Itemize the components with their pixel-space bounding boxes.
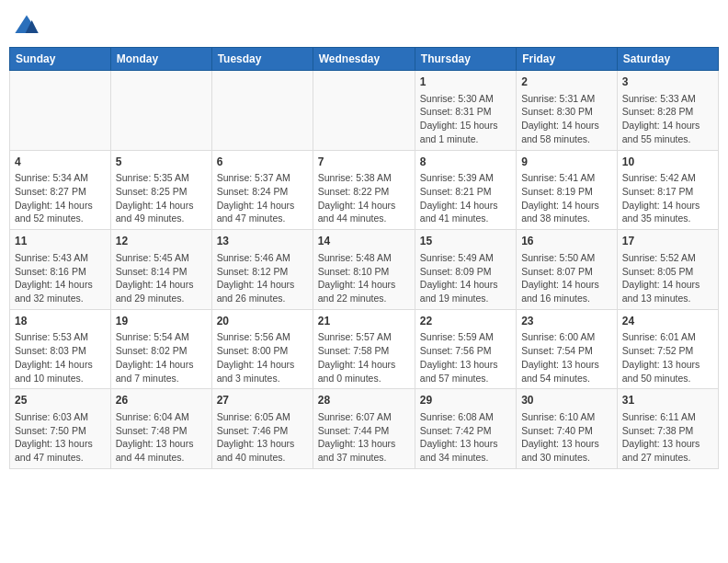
calendar-cell: 2Sunrise: 5:31 AM Sunset: 8:30 PM Daylig… [517, 71, 618, 151]
day-number: 27 [217, 393, 308, 408]
logo [14, 14, 43, 40]
calendar-cell: 31Sunrise: 6:11 AM Sunset: 7:38 PM Dayli… [617, 389, 718, 469]
day-info: Sunrise: 5:49 AM Sunset: 8:09 PM Dayligh… [420, 251, 511, 305]
day-number: 23 [521, 314, 612, 329]
day-info: Sunrise: 5:46 AM Sunset: 8:12 PM Dayligh… [217, 251, 308, 305]
day-number: 30 [521, 393, 612, 408]
day-number: 17 [622, 234, 713, 249]
day-number: 21 [318, 314, 410, 329]
day-info: Sunrise: 5:43 AM Sunset: 8:16 PM Dayligh… [15, 251, 106, 305]
calendar-table: SundayMondayTuesdayWednesdayThursdayFrid… [9, 47, 719, 469]
day-info: Sunrise: 5:30 AM Sunset: 8:31 PM Dayligh… [420, 92, 511, 146]
day-info: Sunrise: 5:38 AM Sunset: 8:22 PM Dayligh… [318, 171, 410, 225]
calendar-cell: 7Sunrise: 5:38 AM Sunset: 8:22 PM Daylig… [313, 150, 415, 230]
day-info: Sunrise: 5:37 AM Sunset: 8:24 PM Dayligh… [217, 171, 308, 225]
calendar-week-4: 18Sunrise: 5:53 AM Sunset: 8:03 PM Dayli… [10, 309, 719, 389]
day-number: 28 [318, 393, 410, 408]
calendar-cell [10, 71, 111, 151]
day-info: Sunrise: 6:04 AM Sunset: 7:48 PM Dayligh… [116, 410, 207, 465]
day-number: 26 [116, 393, 207, 408]
day-info: Sunrise: 6:00 AM Sunset: 7:54 PM Dayligh… [521, 330, 612, 385]
day-info: Sunrise: 5:45 AM Sunset: 8:14 PM Dayligh… [116, 251, 207, 305]
day-info: Sunrise: 6:03 AM Sunset: 7:50 PM Dayligh… [15, 410, 106, 465]
day-info: Sunrise: 5:33 AM Sunset: 8:28 PM Dayligh… [622, 92, 713, 146]
day-number: 3 [622, 75, 713, 90]
calendar-cell: 24Sunrise: 6:01 AM Sunset: 7:52 PM Dayli… [617, 309, 718, 389]
day-number: 29 [420, 393, 511, 408]
calendar-cell: 4Sunrise: 5:34 AM Sunset: 8:27 PM Daylig… [10, 150, 111, 230]
day-info: Sunrise: 5:34 AM Sunset: 8:27 PM Dayligh… [15, 171, 106, 225]
day-info: Sunrise: 5:31 AM Sunset: 8:30 PM Dayligh… [521, 92, 612, 146]
day-number: 1 [420, 75, 511, 90]
day-info: Sunrise: 5:35 AM Sunset: 8:25 PM Dayligh… [116, 171, 207, 225]
day-number: 22 [420, 314, 511, 329]
calendar-cell: 30Sunrise: 6:10 AM Sunset: 7:40 PM Dayli… [517, 389, 618, 469]
calendar-cell: 22Sunrise: 5:59 AM Sunset: 7:56 PM Dayli… [415, 309, 516, 389]
weekday-header-friday: Friday [517, 48, 618, 71]
weekday-header-tuesday: Tuesday [211, 48, 313, 71]
day-number: 4 [15, 155, 106, 170]
weekday-header-monday: Monday [110, 48, 211, 71]
day-number: 16 [521, 234, 612, 249]
day-info: Sunrise: 5:53 AM Sunset: 8:03 PM Dayligh… [15, 330, 106, 385]
day-info: Sunrise: 6:07 AM Sunset: 7:44 PM Dayligh… [318, 410, 410, 465]
calendar-cell: 17Sunrise: 5:52 AM Sunset: 8:05 PM Dayli… [617, 230, 718, 310]
day-number: 12 [116, 234, 207, 249]
calendar-cell: 26Sunrise: 6:04 AM Sunset: 7:48 PM Dayli… [110, 389, 211, 469]
day-number: 19 [116, 314, 207, 329]
calendar-cell: 16Sunrise: 5:50 AM Sunset: 8:07 PM Dayli… [517, 230, 618, 310]
day-info: Sunrise: 5:57 AM Sunset: 7:58 PM Dayligh… [318, 330, 410, 385]
calendar-week-3: 11Sunrise: 5:43 AM Sunset: 8:16 PM Dayli… [10, 230, 719, 310]
day-info: Sunrise: 5:39 AM Sunset: 8:21 PM Dayligh… [420, 171, 511, 225]
calendar-cell: 11Sunrise: 5:43 AM Sunset: 8:16 PM Dayli… [10, 230, 111, 310]
calendar-cell [110, 71, 211, 151]
calendar-cell: 28Sunrise: 6:07 AM Sunset: 7:44 PM Dayli… [313, 389, 415, 469]
day-info: Sunrise: 5:41 AM Sunset: 8:19 PM Dayligh… [521, 171, 612, 225]
calendar-cell: 12Sunrise: 5:45 AM Sunset: 8:14 PM Dayli… [110, 230, 211, 310]
day-number: 14 [318, 234, 410, 249]
calendar-cell: 23Sunrise: 6:00 AM Sunset: 7:54 PM Dayli… [517, 309, 618, 389]
day-number: 8 [420, 155, 511, 170]
calendar-cell: 5Sunrise: 5:35 AM Sunset: 8:25 PM Daylig… [110, 150, 211, 230]
day-info: Sunrise: 5:59 AM Sunset: 7:56 PM Dayligh… [420, 330, 511, 385]
day-number: 9 [521, 155, 612, 170]
calendar-cell: 15Sunrise: 5:49 AM Sunset: 8:09 PM Dayli… [415, 230, 516, 310]
day-info: Sunrise: 5:48 AM Sunset: 8:10 PM Dayligh… [318, 251, 410, 305]
calendar-cell: 27Sunrise: 6:05 AM Sunset: 7:46 PM Dayli… [211, 389, 313, 469]
calendar-cell: 25Sunrise: 6:03 AM Sunset: 7:50 PM Dayli… [10, 389, 111, 469]
calendar-cell: 9Sunrise: 5:41 AM Sunset: 8:19 PM Daylig… [517, 150, 618, 230]
calendar-cell: 6Sunrise: 5:37 AM Sunset: 8:24 PM Daylig… [211, 150, 313, 230]
weekday-header-wednesday: Wednesday [313, 48, 415, 71]
calendar-cell: 13Sunrise: 5:46 AM Sunset: 8:12 PM Dayli… [211, 230, 313, 310]
day-number: 10 [622, 155, 713, 170]
calendar-cell: 21Sunrise: 5:57 AM Sunset: 7:58 PM Dayli… [313, 309, 415, 389]
calendar-cell: 8Sunrise: 5:39 AM Sunset: 8:21 PM Daylig… [415, 150, 516, 230]
calendar-cell: 1Sunrise: 5:30 AM Sunset: 8:31 PM Daylig… [415, 71, 516, 151]
calendar-cell: 10Sunrise: 5:42 AM Sunset: 8:17 PM Dayli… [617, 150, 718, 230]
day-number: 18 [15, 314, 106, 329]
day-info: Sunrise: 5:52 AM Sunset: 8:05 PM Dayligh… [622, 251, 713, 305]
calendar-cell: 14Sunrise: 5:48 AM Sunset: 8:10 PM Dayli… [313, 230, 415, 310]
day-number: 13 [217, 234, 308, 249]
day-info: Sunrise: 6:10 AM Sunset: 7:40 PM Dayligh… [521, 410, 612, 465]
calendar-cell: 19Sunrise: 5:54 AM Sunset: 8:02 PM Dayli… [110, 309, 211, 389]
calendar-cell [313, 71, 415, 151]
calendar-week-2: 4Sunrise: 5:34 AM Sunset: 8:27 PM Daylig… [10, 150, 719, 230]
day-info: Sunrise: 6:08 AM Sunset: 7:42 PM Dayligh… [420, 410, 511, 465]
calendar-cell: 3Sunrise: 5:33 AM Sunset: 8:28 PM Daylig… [617, 71, 718, 151]
day-number: 2 [521, 75, 612, 90]
day-number: 11 [15, 234, 106, 249]
calendar-cell [211, 71, 313, 151]
calendar-cell: 29Sunrise: 6:08 AM Sunset: 7:42 PM Dayli… [415, 389, 516, 469]
day-info: Sunrise: 5:54 AM Sunset: 8:02 PM Dayligh… [116, 330, 207, 385]
day-number: 7 [318, 155, 410, 170]
day-info: Sunrise: 5:56 AM Sunset: 8:00 PM Dayligh… [217, 330, 308, 385]
day-number: 5 [116, 155, 207, 170]
weekday-header-thursday: Thursday [415, 48, 516, 71]
day-info: Sunrise: 5:42 AM Sunset: 8:17 PM Dayligh… [622, 171, 713, 225]
day-info: Sunrise: 6:05 AM Sunset: 7:46 PM Dayligh… [217, 410, 308, 465]
logo-icon [14, 14, 40, 40]
calendar-week-5: 25Sunrise: 6:03 AM Sunset: 7:50 PM Dayli… [10, 389, 719, 469]
header [9, 9, 719, 40]
day-info: Sunrise: 5:50 AM Sunset: 8:07 PM Dayligh… [521, 251, 612, 305]
